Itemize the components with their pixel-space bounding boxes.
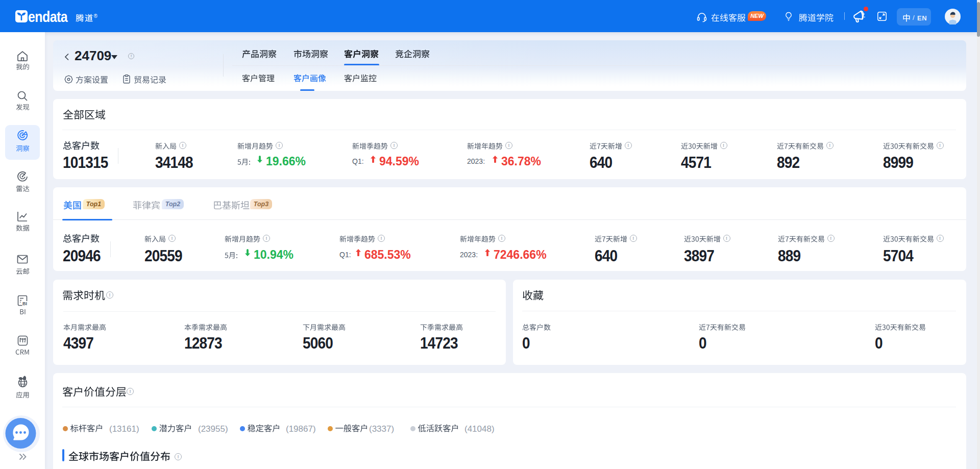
svg-text:BI: BI <box>22 301 27 306</box>
